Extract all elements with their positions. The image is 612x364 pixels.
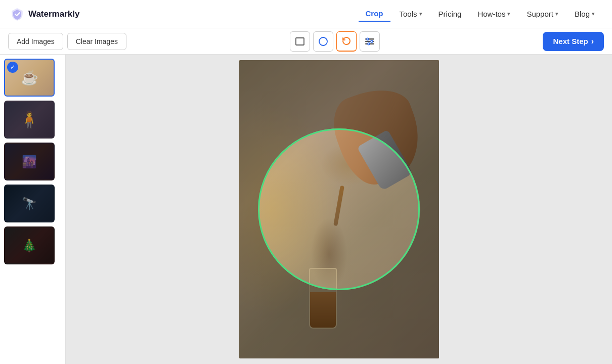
main-content: ✓ ☕ 🧍 🌆 🔭 🎄 [0, 55, 612, 364]
rotate-icon [341, 35, 352, 47]
thumbnail-item-5[interactable]: 🎄 [4, 226, 55, 264]
chevron-down-icon: ▾ [419, 11, 422, 17]
toolbar-left: Add Images Clear Images [8, 33, 126, 50]
nav-support[interactable]: Support ▾ [519, 7, 565, 21]
thumbnail-item-4[interactable]: 🔭 [4, 185, 55, 222]
svg-point-6 [371, 40, 373, 42]
svg-point-1 [319, 37, 327, 46]
toolbar: Add Images Clear Images [0, 28, 612, 55]
svg-point-7 [368, 42, 370, 44]
circle-crop-button[interactable] [313, 31, 333, 52]
next-step-button[interactable]: Next Step › [543, 32, 604, 51]
canvas-area[interactable] [66, 55, 612, 364]
nav-pricing[interactable]: Pricing [431, 7, 469, 21]
rectangle-icon [294, 36, 305, 47]
rotate-button[interactable] [336, 31, 357, 52]
clear-images-button[interactable]: Clear Images [67, 33, 126, 50]
crop-settings-button[interactable] [360, 31, 380, 52]
image-container [239, 60, 439, 358]
main-nav: Crop Tools ▾ Pricing How-tos ▾ Support ▾… [359, 6, 602, 22]
app-name: Watermarkly [28, 9, 79, 19]
logo-icon [10, 7, 24, 21]
toolbar-right: Next Step › [543, 32, 604, 51]
svg-point-5 [367, 38, 369, 40]
nav-crop[interactable]: Crop [359, 6, 390, 22]
rectangle-crop-button[interactable] [290, 31, 310, 52]
image-sidebar: ✓ ☕ 🧍 🌆 🔭 🎄 [0, 55, 66, 364]
svg-rect-0 [296, 38, 304, 45]
arrow-right-icon: › [591, 37, 594, 46]
chevron-down-icon: ▾ [592, 11, 595, 17]
nav-howtos[interactable]: How-tos ▾ [470, 7, 517, 21]
logo[interactable]: Watermarkly [10, 7, 79, 21]
chevron-down-icon: ▾ [507, 11, 510, 17]
main-image [239, 60, 439, 358]
thumbnail-item-3[interactable]: 🌆 [4, 143, 55, 180]
settings-icon [364, 36, 375, 47]
chevron-down-icon: ▾ [555, 11, 558, 17]
circle-icon [318, 36, 329, 47]
nav-tools[interactable]: Tools ▾ [392, 7, 429, 21]
thumbnail-item-2[interactable]: 🧍 [4, 101, 55, 139]
crop-tools [130, 31, 539, 52]
glass-element [309, 268, 337, 329]
nav-blog[interactable]: Blog ▾ [567, 7, 602, 21]
thumbnail-item-1[interactable]: ✓ ☕ [4, 59, 55, 97]
add-images-button[interactable]: Add Images [8, 33, 63, 50]
header: Watermarkly Crop Tools ▾ Pricing How-tos… [0, 0, 612, 28]
